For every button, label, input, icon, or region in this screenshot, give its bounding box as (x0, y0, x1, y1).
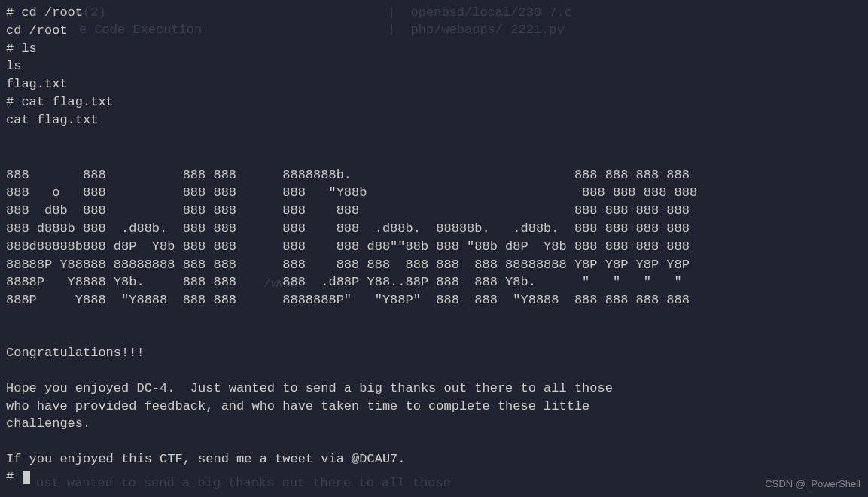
ascii-banner-3: 888 d8b 888 888 888 888 888 888 888 888 … (6, 202, 862, 220)
message-line-1: Hope you enjoyed DC-4. Just wanted to se… (6, 380, 862, 398)
ascii-banner-2: 888 o 888 888 888 888 "Y88b 888 888 888 … (6, 184, 862, 202)
ascii-banner-4: 888 d888b 888 .d88b. 888 888 888 888 .d8… (6, 220, 862, 238)
prompt-cat: # cat flag.txt (6, 93, 862, 111)
ascii-banner-6: 88888P Y88888 88888888 888 888 888 888 8… (6, 256, 862, 274)
message-line-3: challenges. (6, 415, 862, 433)
ascii-banner-1: 888 888 888 888 8888888b. 888 888 888 88… (6, 166, 862, 184)
echo-ls: ls (6, 57, 862, 75)
congrats-line: Congratulations!!! (6, 344, 862, 362)
terminal-output[interactable]: # cd /root cd /root # ls ls flag.txt # c… (6, 4, 862, 486)
prompt-cd: # cd /root (6, 4, 862, 22)
watermark-text: CSDN @_PowerShell (765, 477, 860, 491)
prompt-ls: # ls (6, 40, 862, 58)
ascii-banner-5: 888d88888b888 d8P Y8b 888 888 888 888 d8… (6, 238, 862, 256)
ls-output: flag.txt (6, 75, 862, 93)
ascii-banner-7: 8888P Y8888 Y8b. 888 888 888 .d88P Y88..… (6, 273, 862, 291)
echo-cd: cd /root (6, 22, 862, 40)
prompt-current[interactable]: # (6, 468, 862, 486)
cursor-block (23, 471, 30, 484)
message-line-4: If you enjoyed this CTF, send me a tweet… (6, 450, 862, 468)
echo-cat: cat flag.txt (6, 111, 862, 130)
message-line-2: who have provided feedback, and who have… (6, 398, 862, 416)
ascii-banner-8: 888P Y888 "Y8888 888 888 8888888P" "Y88P… (6, 291, 862, 309)
